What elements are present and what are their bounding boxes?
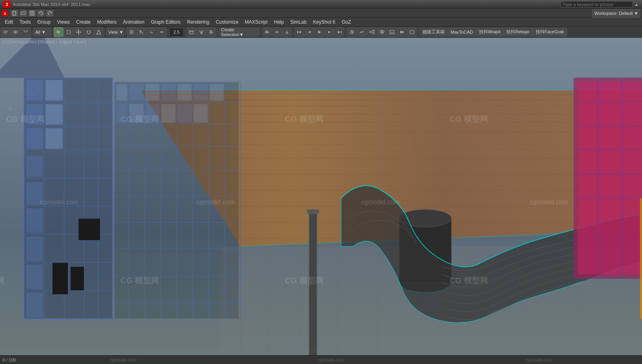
- key-filter-btn[interactable]: [282, 27, 292, 37]
- menu-create[interactable]: Create: [73, 18, 94, 26]
- set-key-btn[interactable]: [272, 27, 282, 37]
- svg-marker-38: [318, 31, 321, 34]
- toolbar-sep-10: [345, 28, 346, 36]
- svg-rect-149: [177, 84, 192, 101]
- svg-text:cgmodel.com: cgmodel.com: [530, 199, 568, 205]
- schematic-view-btn[interactable]: [367, 27, 377, 37]
- named-selections[interactable]: [187, 27, 196, 37]
- svg-rect-57: [410, 31, 414, 34]
- time-configuration-btn[interactable]: [347, 27, 357, 37]
- svg-marker-25: [162, 31, 163, 33]
- rotate-btn[interactable]: [84, 27, 93, 37]
- redo-btn[interactable]: [46, 10, 54, 17]
- select-region-btn[interactable]: [64, 27, 73, 37]
- main-toolbar: All ▼ View ▼ % 2.5: [0, 26, 642, 38]
- select-link-btn[interactable]: [1, 27, 10, 37]
- next-frame-btn[interactable]: [325, 27, 334, 37]
- snap-toggle[interactable]: [127, 27, 136, 37]
- create-selection-dropdown[interactable]: Create Selection▼: [219, 28, 259, 37]
- svg-marker-18: [87, 30, 88, 32]
- spinner-snap[interactable]: [157, 27, 167, 37]
- svg-rect-167: [578, 82, 642, 275]
- quick-render-btn[interactable]: [397, 27, 407, 37]
- toolbar-sep-1: [32, 28, 32, 36]
- menu-customize[interactable]: Customize: [212, 18, 242, 26]
- material-editor-btn[interactable]: [377, 27, 387, 37]
- menu-edit[interactable]: Edit: [2, 18, 16, 26]
- svg-text:CG 模型网: CG 模型网: [449, 276, 488, 285]
- auto-key-btn[interactable]: [262, 27, 272, 37]
- svg-rect-47: [373, 33, 374, 34]
- menu-keyshot[interactable]: KeyShot 6: [310, 18, 338, 26]
- svg-rect-31: [265, 31, 269, 33]
- toolbar-sep-4: [125, 28, 126, 36]
- svg-marker-17: [80, 31, 81, 33]
- svg-line-49: [371, 32, 373, 33]
- facegrab-btn[interactable]: 扶抖FaceGrab: [533, 28, 567, 37]
- maxtocad-btn[interactable]: MaxToCAD: [448, 28, 476, 37]
- track-view-btn[interactable]: [357, 27, 367, 37]
- menu-graph-editors[interactable]: Graph Editors: [148, 18, 184, 26]
- svg-rect-160: [78, 218, 100, 240]
- menu-modifiers[interactable]: Modifiers: [94, 18, 120, 26]
- undo-btn[interactable]: [37, 10, 45, 17]
- prev-frame-btn[interactable]: [305, 27, 314, 37]
- advanced-tools-btn[interactable]: 超级工具箱: [420, 28, 447, 37]
- frame-count: 0 / 100: [2, 358, 16, 362]
- svg-marker-32: [266, 30, 268, 31]
- svg-line-48: [371, 31, 373, 32]
- select-btn[interactable]: [54, 27, 63, 37]
- viewport-area[interactable]: cgmodel.com cgmodel.com cgmodel.com cgmo…: [0, 38, 642, 355]
- svg-rect-7: [31, 13, 33, 15]
- title-file: 2011.max: [71, 2, 90, 7]
- status-bar: 0 / 100 cgmodel.com cgmodel.com cgmodel.…: [0, 355, 642, 364]
- menu-bar: Edit Tools Group Views Create Modifiers …: [0, 18, 642, 26]
- svg-text:3: 3: [6, 2, 8, 7]
- reference-coord-sys[interactable]: View ▼: [106, 28, 124, 37]
- new-file-btn[interactable]: [10, 10, 18, 17]
- svg-rect-155: [161, 104, 176, 123]
- unlink-btn[interactable]: [11, 27, 20, 37]
- svg-rect-118: [26, 264, 43, 289]
- menu-tools[interactable]: Tools: [16, 18, 34, 26]
- toolbar-sep-2: [52, 28, 53, 36]
- save-file-btn[interactable]: [28, 10, 36, 17]
- scale-btn[interactable]: [94, 27, 104, 37]
- play-animation-btn[interactable]: [315, 27, 324, 37]
- menu-maxscript[interactable]: MAXScript: [242, 18, 271, 26]
- percent-snap[interactable]: %: [147, 27, 156, 37]
- svg-rect-119: [26, 293, 43, 317]
- angle-snap[interactable]: [137, 27, 146, 37]
- svg-rect-157: [193, 104, 208, 123]
- menu-animation[interactable]: Animation: [120, 18, 148, 26]
- mirror-btn[interactable]: [197, 27, 206, 37]
- svg-text:%: %: [150, 31, 153, 35]
- app-icon-small: 3: [2, 10, 8, 16]
- move-btn[interactable]: [74, 27, 83, 37]
- search-input[interactable]: [561, 1, 633, 8]
- wrapit-btn[interactable]: 扶抖Wrapit: [476, 28, 504, 37]
- svg-rect-116: [26, 208, 43, 233]
- use-selection-center: 2.5: [169, 28, 184, 37]
- go-to-start-btn[interactable]: [295, 27, 304, 37]
- svg-rect-150: [193, 84, 208, 101]
- menu-goz[interactable]: GoZ: [339, 18, 354, 26]
- open-file-btn[interactable]: [19, 10, 27, 17]
- svg-rect-11: [67, 31, 70, 34]
- svg-text:CG 模型网: CG 模型网: [285, 115, 323, 124]
- workspace-selector[interactable]: Workspace: Default ▼: [592, 9, 640, 18]
- toolbar-sep-5: [168, 28, 168, 36]
- render-setup-btn[interactable]: [387, 27, 397, 37]
- retopo-btn[interactable]: 扶抖Retopo: [504, 28, 532, 37]
- toolbar-sep-3: [105, 28, 105, 36]
- go-to-end-btn[interactable]: [335, 27, 344, 37]
- menu-help[interactable]: Help: [271, 18, 287, 26]
- menu-simlab[interactable]: SimLab: [287, 18, 310, 26]
- selection-filter[interactable]: All ▼: [33, 28, 51, 37]
- menu-group[interactable]: Group: [34, 18, 54, 26]
- render-frame-window-btn[interactable]: [407, 27, 417, 37]
- menu-views[interactable]: Views: [54, 18, 73, 26]
- menu-rendering[interactable]: Rendering: [184, 18, 212, 26]
- align-btn[interactable]: [207, 27, 216, 37]
- bind-space-warp-btn[interactable]: [21, 27, 30, 37]
